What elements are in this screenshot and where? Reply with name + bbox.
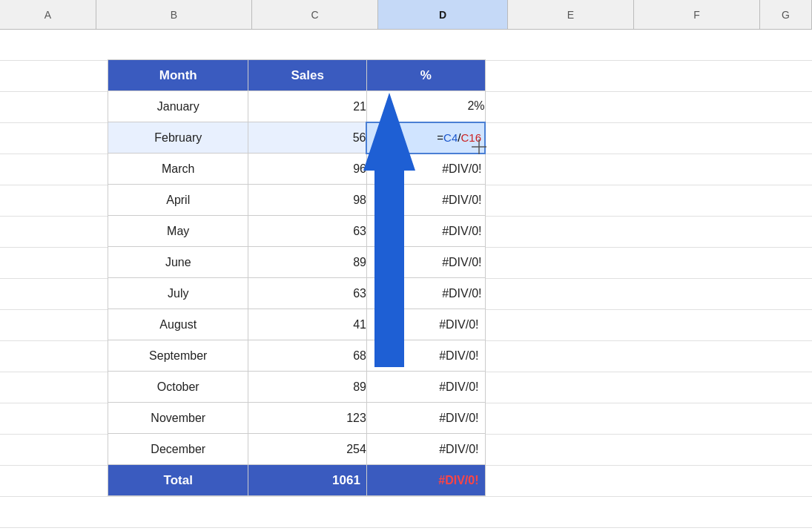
cell-month-january[interactable]: January <box>108 91 248 122</box>
cell-percent-november[interactable]: #DIV/0! <box>366 403 485 434</box>
header-percent: % <box>366 60 485 91</box>
table-row[interactable]: August 41 #DIV/0! <box>108 309 486 340</box>
table-row-february[interactable]: February 56 =C4/C16​ <box>108 122 486 154</box>
col-header-A[interactable]: A <box>0 0 96 29</box>
table-row[interactable]: March 96 #DIV/0! <box>108 154 486 185</box>
formula-equals: = <box>437 131 443 144</box>
cell-sales-march[interactable]: 96 <box>248 154 366 185</box>
cell-total-percent: #DIV/0! <box>366 465 485 496</box>
cell-month-june[interactable]: June <box>108 247 248 278</box>
data-table-wrapper: Month Sales % January 21 2% February 56 <box>108 59 486 496</box>
cell-sales-july[interactable]: 63 <box>248 278 366 309</box>
cell-sales-april[interactable]: 98 <box>248 185 366 216</box>
cell-total-label: Total <box>108 465 248 496</box>
formula-display: =C4/C16​ <box>367 123 484 153</box>
col-header-C[interactable]: C <box>252 0 378 29</box>
data-table: Month Sales % January 21 2% February 56 <box>108 59 486 496</box>
cell-percent-may[interactable]: #DIV/0! <box>366 216 485 247</box>
table-row[interactable]: January 21 2% <box>108 91 486 122</box>
table-row[interactable]: October 89 #DIV/0! <box>108 372 486 403</box>
cell-percent-september[interactable]: #DIV/0! <box>366 340 485 372</box>
cell-month-july[interactable]: July <box>108 278 248 309</box>
formula-c4: C4 <box>443 131 458 144</box>
cell-percent-december[interactable]: #DIV/0! <box>366 434 485 465</box>
cell-sales-november[interactable]: 123 <box>248 403 366 434</box>
col-header-B[interactable]: B <box>96 0 252 29</box>
cell-percent-april[interactable]: #DIV/0! <box>366 185 485 216</box>
cell-month-april[interactable]: April <box>108 185 248 216</box>
col-header-E[interactable]: E <box>508 0 634 29</box>
cell-total-sales: 1061 <box>248 465 366 496</box>
cell-percent-february[interactable]: =C4/C16​ <box>366 122 485 154</box>
cell-sales-june[interactable]: 89 <box>248 247 366 278</box>
column-headers: A B C D E F G <box>0 0 812 30</box>
cell-sales-december[interactable]: 254 <box>248 434 366 465</box>
cell-percent-october[interactable]: #DIV/0! <box>366 372 485 403</box>
cell-percent-august[interactable]: #DIV/0! <box>366 309 485 340</box>
table-header-row: Month Sales % <box>108 60 486 91</box>
formula-c16: C16 <box>461 131 481 144</box>
cell-sales-may[interactable]: 63 <box>248 216 366 247</box>
table-row[interactable]: July 63 #DIV/0! <box>108 278 486 309</box>
cell-month-november[interactable]: November <box>108 403 248 434</box>
col-header-F[interactable]: F <box>634 0 760 29</box>
cell-sales-october[interactable]: 89 <box>248 372 366 403</box>
table-row[interactable]: April 98 #DIV/0! <box>108 185 486 216</box>
cell-sales-august[interactable]: 41 <box>248 309 366 340</box>
cell-percent-january[interactable]: 2% <box>366 91 485 122</box>
cell-month-september[interactable]: September <box>108 340 248 372</box>
cell-sales-february[interactable]: 56 <box>248 122 366 154</box>
table-row[interactable]: June 89 #DIV/0! <box>108 247 486 278</box>
cell-month-october[interactable]: October <box>108 372 248 403</box>
cell-sales-september[interactable]: 68 <box>248 340 366 372</box>
cell-month-march[interactable]: March <box>108 154 248 185</box>
cell-percent-july[interactable]: #DIV/0! <box>366 278 485 309</box>
col-header-D[interactable]: D <box>378 0 508 29</box>
col-header-G[interactable]: G <box>760 0 812 29</box>
cell-month-december[interactable]: December <box>108 434 248 465</box>
cell-month-february[interactable]: February <box>108 122 248 154</box>
table-row[interactable]: May 63 #DIV/0! <box>108 216 486 247</box>
header-sales: Sales <box>248 60 366 91</box>
table-row[interactable]: September 68 #DIV/0! <box>108 340 486 372</box>
table-row[interactable]: November 123 #DIV/0! <box>108 403 486 434</box>
cell-month-may[interactable]: May <box>108 216 248 247</box>
cell-month-august[interactable]: August <box>108 309 248 340</box>
table-row[interactable]: December 254 #DIV/0! <box>108 434 486 465</box>
table-total-row: Total 1061 #DIV/0! <box>108 465 486 496</box>
spreadsheet: A B C D E F G Month Sales <box>0 0 812 531</box>
cell-percent-june[interactable]: #DIV/0! <box>366 247 485 278</box>
cell-percent-march[interactable]: #DIV/0! <box>366 154 485 185</box>
cell-sales-january[interactable]: 21 <box>248 91 366 122</box>
header-month: Month <box>108 60 248 91</box>
